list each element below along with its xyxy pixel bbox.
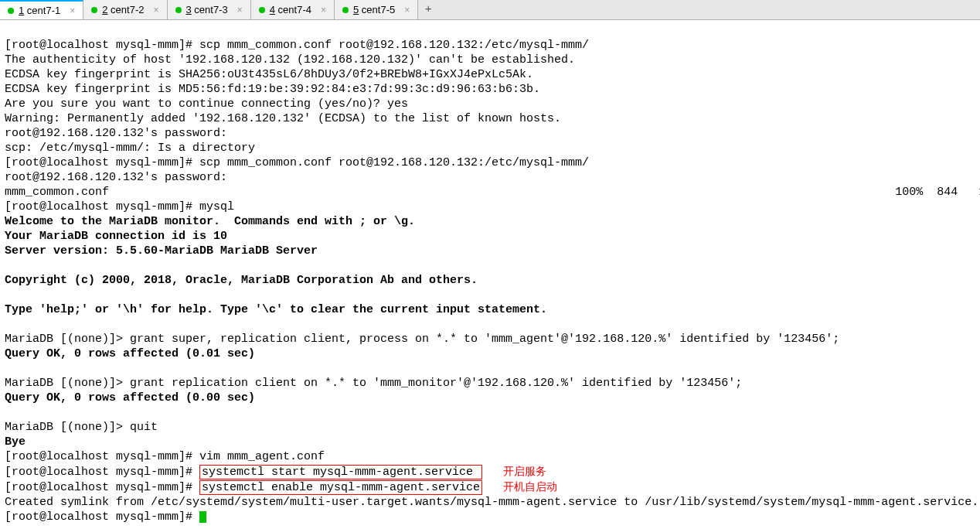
tab-cent7-2[interactable]: 2 cent7-2 × bbox=[83, 0, 167, 19]
tab-cent7-1[interactable]: 1 cent7-1 × bbox=[0, 0, 83, 19]
term-line: The authenticity of host '192.168.120.13… bbox=[5, 53, 575, 67]
status-dot-icon bbox=[342, 7, 349, 13]
term-line: [root@localhost mysql-mmm]# systemctl st… bbox=[5, 466, 546, 479]
close-icon[interactable]: × bbox=[321, 5, 326, 15]
term-line: Query OK, 0 rows affected (0.01 sec) bbox=[5, 347, 255, 360]
term-line: [root@localhost mysql-mmm]# vim mmm_agen… bbox=[5, 450, 325, 463]
term-line: [root@localhost mysql-mmm]# mysql bbox=[5, 200, 234, 213]
term-line: Server version: 5.5.60-MariaDB MariaDB S… bbox=[5, 244, 318, 258]
term-line: Warning: Permanently added '192.168.120.… bbox=[5, 112, 561, 125]
term-line: Bye bbox=[5, 435, 26, 449]
term-line: root@192.168.120.132's password: bbox=[5, 171, 227, 184]
term-line: ECDSA key fingerprint is MD5:56:fd:19:be… bbox=[5, 83, 540, 96]
term-line: Welcome to the MariaDB monitor. Commands… bbox=[5, 215, 415, 228]
tab-num: 5 cent7-5 bbox=[353, 4, 395, 15]
term-line: mmm_common.conf 100% 844 162.8KB/s 00 bbox=[5, 186, 980, 199]
term-line: MariaDB [(none)]> grant replication clie… bbox=[5, 377, 742, 390]
close-icon[interactable]: × bbox=[237, 5, 243, 15]
term-line: Type 'help;' or '\h' for help. Type '\c'… bbox=[5, 303, 547, 316]
term-line: MariaDB [(none)]> grant super, replicati… bbox=[5, 333, 839, 346]
term-line: Your MariaDB connection id is 10 bbox=[5, 230, 227, 243]
term-line: Are you sure you want to continue connec… bbox=[5, 97, 408, 111]
term-line: MariaDB [(none)]> quit bbox=[5, 421, 158, 434]
term-line: ECDSA key fingerprint is SHA256:oU3t435s… bbox=[5, 68, 533, 81]
status-dot-icon bbox=[91, 7, 97, 13]
tab-bar: 1 cent7-1 × 2 cent7-2 × 3 cent7-3 × 4 ce… bbox=[0, 0, 980, 20]
tab-cent7-5[interactable]: 5 cent7-5 × bbox=[335, 0, 418, 19]
term-line: [root@localhost mysql-mmm]# bbox=[5, 510, 206, 524]
term-line: root@192.168.120.132's password: bbox=[5, 127, 227, 140]
term-line: Copyright (c) 2000, 2018, Oracle, MariaD… bbox=[5, 274, 478, 287]
highlighted-command: systemctl enable mysql-mmm-agent.service bbox=[199, 480, 482, 495]
status-dot-icon bbox=[8, 8, 14, 14]
add-tab-button[interactable]: + bbox=[418, 0, 438, 19]
term-line: [root@localhost mysql-mmm]# scp mmm_comm… bbox=[5, 156, 589, 169]
close-icon[interactable]: × bbox=[404, 5, 410, 15]
tab-num: 3 cent7-3 bbox=[186, 4, 228, 15]
close-icon[interactable]: × bbox=[70, 5, 75, 16]
term-line: Created symlink from /etc/systemd/system… bbox=[5, 496, 978, 509]
cursor-icon bbox=[199, 511, 206, 523]
tab-num: 2 cent7-2 bbox=[102, 4, 144, 15]
term-line: Query OK, 0 rows affected (0.00 sec) bbox=[5, 391, 255, 404]
annotation-enable-boot: 开机自启动 bbox=[503, 480, 557, 493]
highlighted-command: systemctl start mysql-mmm-agent.service bbox=[199, 465, 482, 480]
tab-num: 4 cent7-4 bbox=[270, 4, 311, 15]
term-line: [root@localhost mysql-mmm]# systemctl en… bbox=[5, 481, 557, 494]
annotation-start-service: 开启服务 bbox=[503, 465, 546, 477]
tab-cent7-4[interactable]: 4 cent7-4 × bbox=[251, 0, 335, 19]
tab-num: 1 cent7-1 bbox=[19, 5, 60, 16]
status-dot-icon bbox=[259, 7, 265, 13]
status-dot-icon bbox=[175, 7, 182, 13]
term-line: scp: /etc/mysql-mmm/: Is a directory bbox=[5, 142, 255, 155]
tab-cent7-3[interactable]: 3 cent7-3 × bbox=[168, 0, 251, 19]
close-icon[interactable]: × bbox=[153, 5, 158, 15]
term-line: [root@localhost mysql-mmm]# scp mmm_comm… bbox=[5, 39, 589, 52]
terminal-output[interactable]: [root@localhost mysql-mmm]# scp mmm_comm… bbox=[0, 20, 980, 527]
